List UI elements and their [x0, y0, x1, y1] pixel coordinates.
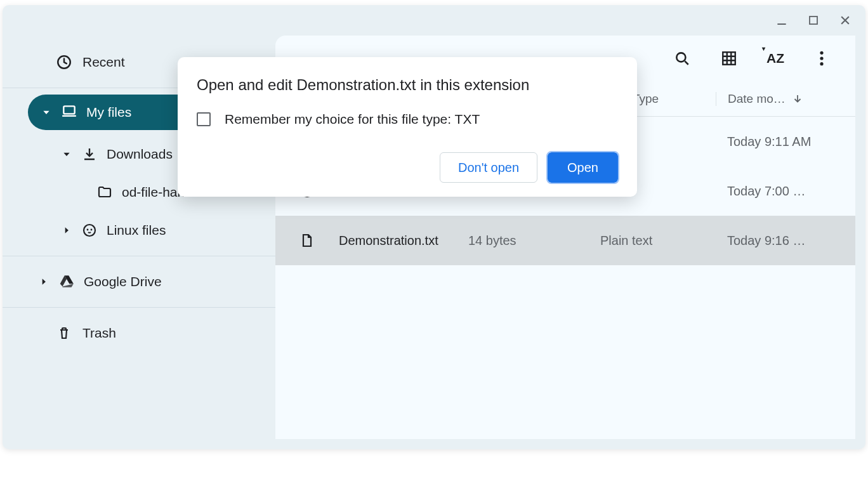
chevron-down-icon	[41, 108, 52, 117]
col-date[interactable]: Date mo…	[716, 92, 836, 106]
files-app-window: Recent My files Downloads	[3, 5, 865, 449]
divider	[3, 256, 275, 256]
svg-point-8	[676, 53, 685, 62]
sidebar-item-label: My files	[86, 105, 131, 120]
more-button[interactable]	[812, 49, 831, 68]
sidebar-item-label: Recent	[82, 55, 125, 70]
cell-date: Today 7:00 …	[716, 184, 836, 199]
folder-icon	[96, 184, 113, 200]
dialog-title: Open and edit Demonstration.txt in this …	[197, 76, 618, 94]
laptop-icon	[61, 103, 77, 122]
remember-label: Remember my choice for this file type: T…	[225, 112, 480, 127]
table-row[interactable]: Demonstration.txt14 bytesPlain textToday…	[275, 216, 855, 265]
svg-rect-9	[723, 52, 735, 65]
file-icon	[275, 233, 339, 248]
sidebar-item-label: Linux files	[107, 223, 166, 238]
download-icon	[81, 146, 98, 162]
grid-view-button[interactable]	[720, 49, 739, 68]
svg-point-6	[87, 229, 89, 231]
linux-icon	[81, 222, 98, 239]
sidebar-item-google-drive[interactable]: Google Drive	[3, 263, 275, 301]
google-drive-icon	[58, 273, 75, 290]
cell-date: Today 9:16 …	[716, 233, 836, 248]
close-button[interactable]	[836, 11, 854, 29]
sidebar-item-label: Google Drive	[84, 274, 162, 289]
titlebar	[3, 5, 865, 36]
checkbox-icon[interactable]	[197, 112, 211, 126]
arrow-down-icon	[792, 93, 803, 105]
sidebar-item-trash[interactable]: Trash	[3, 314, 275, 352]
dont-open-button[interactable]: Don't open	[440, 152, 537, 183]
svg-rect-0	[777, 23, 786, 25]
open-button[interactable]: Open	[548, 152, 618, 183]
remember-choice-row[interactable]: Remember my choice for this file type: T…	[197, 112, 618, 127]
cell-date: Today 9:11 AM	[716, 135, 836, 149]
chevron-down-icon	[61, 150, 72, 159]
chevron-right-icon	[61, 226, 72, 235]
recent-icon	[56, 54, 72, 70]
svg-point-11	[820, 56, 823, 60]
svg-rect-3	[63, 106, 74, 114]
svg-point-5	[84, 225, 95, 236]
chevron-right-icon	[38, 277, 49, 286]
minimize-button[interactable]	[773, 11, 791, 29]
divider	[3, 307, 275, 308]
cell-size: 14 bytes	[468, 233, 589, 248]
svg-rect-1	[810, 16, 817, 24]
cell-name: Demonstration.txt	[339, 233, 468, 248]
svg-rect-4	[62, 115, 76, 116]
cell-type: Plain text	[589, 233, 716, 248]
open-file-dialog: Open and edit Demonstration.txt in this …	[178, 57, 637, 197]
svg-point-10	[820, 51, 823, 55]
trash-icon	[56, 325, 72, 341]
maximize-button[interactable]	[805, 11, 822, 29]
svg-point-12	[820, 62, 823, 65]
svg-point-7	[91, 229, 93, 231]
sidebar-item-linux-files[interactable]: Linux files	[3, 211, 275, 249]
sidebar-item-label: Downloads	[107, 147, 173, 162]
search-button[interactable]	[673, 49, 692, 68]
sidebar-item-label: Trash	[82, 325, 116, 341]
sort-button[interactable]: A▾Z	[766, 49, 784, 68]
